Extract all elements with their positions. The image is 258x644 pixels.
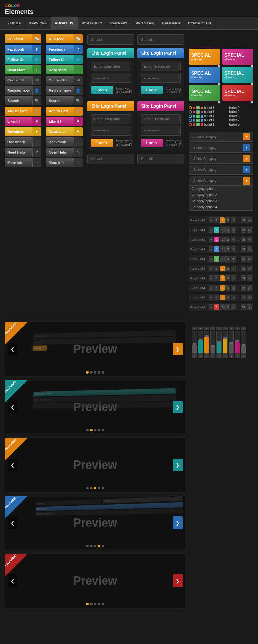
search-input-1[interactable] [88, 37, 134, 42]
page-1-10[interactable]: 1 [214, 304, 219, 310]
page-1-8[interactable]: 1 [214, 285, 219, 291]
btn-register-1[interactable]: Register now 👤 [5, 86, 41, 95]
page-3-4[interactable]: 3 [225, 246, 230, 252]
page-39-10[interactable]: 39 [241, 304, 246, 310]
slider-9-handle[interactable] [242, 344, 245, 346]
slider-1-up[interactable]: ▲ [192, 327, 197, 330]
dropdown-3[interactable]: - Select Category - ▼ [189, 154, 253, 164]
page-3-1[interactable]: 3 [225, 217, 230, 223]
slider-2-handle[interactable] [199, 339, 203, 341]
search-input-3[interactable] [88, 156, 134, 161]
slider-1-down[interactable]: ▼ [192, 354, 197, 358]
nav-about[interactable]: ABOUT US [51, 17, 77, 30]
page-1-6[interactable]: 1 [214, 266, 219, 271]
username-input-2[interactable] [141, 62, 181, 71]
page-2-8[interactable]: 2 [220, 285, 225, 291]
page-3-8[interactable]: 3 [225, 285, 230, 291]
prev-btn-4-right[interactable]: ❯ [173, 516, 183, 529]
page-next-6[interactable]: » [247, 266, 252, 271]
btn-follow-1[interactable]: Follow Us 🐦 [5, 55, 41, 64]
btn-rss-feed-2[interactable]: RSS feed 📡 [46, 34, 83, 43]
special-tag-orange-1[interactable]: SPECIAL offers tag [189, 49, 220, 65]
username-input-4[interactable] [141, 114, 181, 124]
search-bar-3[interactable]: 🔍 [87, 154, 134, 164]
page-39-9[interactable]: 39 [241, 295, 246, 300]
page-39-2[interactable]: 39 [241, 227, 246, 233]
page-39-6[interactable]: 39 [241, 266, 246, 271]
btn-contact-2[interactable]: Contact Us ✉ [46, 76, 83, 85]
btn-moreinfo-2[interactable]: More Info ! [46, 158, 83, 167]
btn-rss-feed-1[interactable]: RSS feed 📡 [5, 34, 41, 43]
prev-btn-5-right[interactable]: ❯ [173, 574, 183, 587]
page-next-5[interactable]: » [247, 256, 252, 262]
btn-follow-2[interactable]: Follow Us 🐦 [46, 55, 83, 64]
password-input-2[interactable] [141, 73, 181, 83]
page-4-7[interactable]: 4 [231, 275, 236, 281]
username-input-3[interactable] [91, 114, 131, 124]
login-btn-orange[interactable]: Login [91, 139, 113, 147]
password-input-4[interactable] [141, 126, 181, 136]
page-next-4[interactable]: » [247, 246, 252, 252]
slider-5-down[interactable]: ▼ [216, 354, 222, 358]
page-2-7[interactable]: 2 [220, 275, 225, 281]
login-btn-teal[interactable]: Login [91, 86, 113, 94]
forgot-pw-3[interactable]: forgot your password? [116, 139, 132, 147]
btn-bookmark-1[interactable]: Bookmark + [5, 137, 41, 147]
page-prev-5[interactable]: « [209, 256, 213, 262]
slider-6-down[interactable]: ▼ [223, 354, 228, 358]
special-tag-red[interactable]: SPECIAL offers tag [222, 85, 253, 101]
page-1-2[interactable]: 1 [214, 227, 219, 233]
search-bar-4[interactable]: 🔍 [137, 154, 184, 164]
username-input-1[interactable] [91, 62, 131, 71]
slider-9-up[interactable]: ▲ [241, 327, 246, 330]
page-2-5[interactable]: 2 [220, 256, 225, 262]
btn-contact-1[interactable]: Contact Us ✉ [5, 76, 41, 85]
nav-contact[interactable]: CONTACT US [184, 17, 215, 30]
btn-register-2[interactable]: Register now 👤 [46, 86, 83, 95]
slider-3-handle[interactable] [205, 335, 209, 337]
btn-like-2[interactable]: Like it ! ♥ [46, 117, 83, 126]
dropdown-5-header[interactable]: - Select Category - ▼ [189, 176, 253, 186]
btn-moreinfo-1[interactable]: More Info ! [5, 158, 41, 167]
slider-7-handle[interactable] [229, 342, 233, 344]
page-next-8[interactable]: » [247, 285, 252, 291]
slider-7-down[interactable]: ▼ [229, 354, 234, 358]
page-next-10[interactable]: » [247, 304, 252, 310]
slider-1-handle[interactable] [193, 343, 196, 345]
page-4-4[interactable]: 4 [231, 246, 236, 252]
slider-2-up[interactable]: ▲ [198, 327, 203, 330]
dropdown-option-4[interactable]: Category option 4 [189, 204, 253, 210]
page-1-9[interactable]: 1 [214, 295, 219, 300]
prev-btn-2-right[interactable]: ❯ [173, 401, 183, 413]
nav-careers[interactable]: CAREERS [106, 17, 132, 30]
page-2-3[interactable]: 2 [220, 237, 225, 242]
special-tag-blue[interactable]: SPECIAL offers tag [189, 67, 220, 83]
page-prev-3[interactable]: « [209, 237, 213, 242]
slider-4-down[interactable]: ▼ [210, 354, 215, 358]
page-2-9[interactable]: 2 [220, 295, 225, 300]
page-prev-6[interactable]: « [209, 266, 213, 271]
forgot-pw-4[interactable]: forgot your password? [166, 139, 181, 147]
page-prev-2[interactable]: « [209, 227, 213, 233]
forgot-pw-1[interactable]: forgot your password? [116, 87, 132, 94]
page-next-2[interactable]: » [247, 227, 252, 233]
dropdown-4[interactable]: - Select Category - ▼ [189, 165, 253, 175]
page-prev-4[interactable]: « [209, 246, 213, 252]
prev-btn-5-left[interactable]: ❮ [8, 574, 17, 587]
page-39-5[interactable]: 39 [241, 256, 246, 262]
page-39-4[interactable]: 39 [241, 246, 246, 252]
nav-home[interactable]: ⌂ HOME [3, 17, 25, 30]
page-prev-1[interactable]: « [209, 217, 213, 223]
page-next-1[interactable]: » [247, 217, 252, 223]
page-3-2[interactable]: 3 [225, 227, 230, 233]
special-tag-pink-1[interactable]: SPECIAL offers tag [222, 49, 253, 65]
slider-4-handle[interactable] [211, 345, 215, 347]
page-next-7[interactable]: » [247, 275, 252, 281]
btn-download-1[interactable]: Download ▼ [5, 127, 41, 136]
page-39-8[interactable]: 39 [241, 285, 246, 291]
btn-facebook-1[interactable]: Facebook f [5, 45, 41, 54]
prev-btn-3-right[interactable]: ❯ [173, 459, 183, 471]
page-3-7[interactable]: 3 [225, 275, 230, 281]
btn-bookmark-2[interactable]: Bookmark + [46, 137, 83, 147]
page-4-9[interactable]: 4 [231, 295, 236, 300]
